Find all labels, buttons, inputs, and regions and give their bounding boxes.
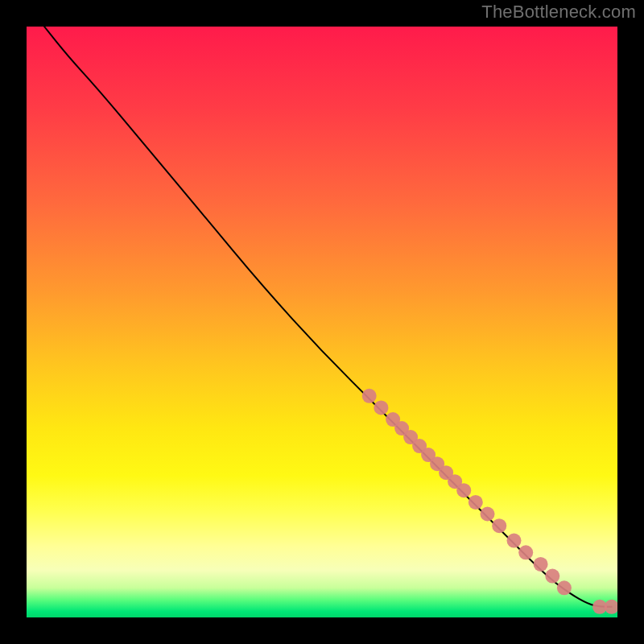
chart-frame: TheBottleneck.com xyxy=(0,0,644,644)
plot-area xyxy=(27,27,617,617)
gradient-background xyxy=(27,27,617,617)
watermark-text: TheBottleneck.com xyxy=(481,2,636,23)
